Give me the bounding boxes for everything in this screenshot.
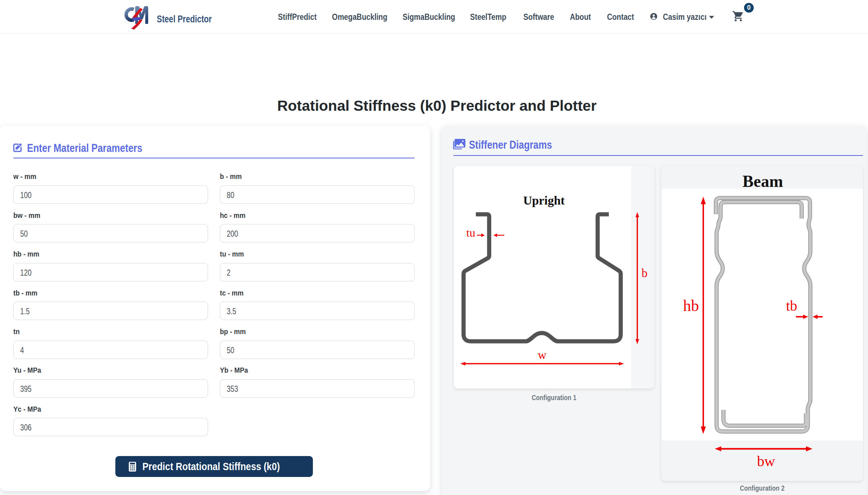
svg-text:b: b bbox=[642, 267, 648, 280]
svg-text:hb: hb bbox=[683, 297, 699, 315]
svg-text:tu: tu bbox=[466, 226, 475, 239]
svg-text:w: w bbox=[538, 349, 546, 362]
svg-text:tb: tb bbox=[786, 298, 797, 314]
svg-text:Beam: Beam bbox=[743, 172, 783, 190]
svg-text:bw: bw bbox=[757, 453, 775, 469]
svg-text:Upright: Upright bbox=[523, 194, 565, 207]
